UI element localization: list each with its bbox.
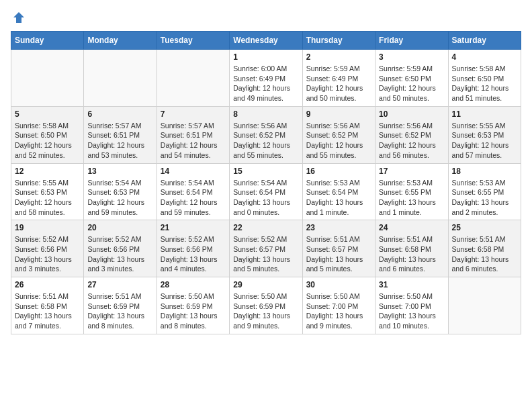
calendar-cell (157, 50, 229, 107)
day-number: 25 (452, 223, 517, 232)
day-number: 9 (306, 109, 371, 119)
day-info: Sunrise: 5:53 AM Sunset: 6:54 PM Dayligh… (306, 178, 371, 218)
day-number: 12 (15, 167, 80, 176)
calendar-cell: 9Sunrise: 5:56 AM Sunset: 6:52 PM Daylig… (302, 106, 375, 163)
day-number: 8 (233, 109, 298, 119)
day-info: Sunrise: 5:50 AM Sunset: 6:59 PM Dayligh… (233, 291, 298, 331)
day-number: 11 (452, 109, 517, 119)
weekday-header-sunday: Sunday (11, 32, 84, 50)
calendar-cell: 15Sunrise: 5:54 AM Sunset: 6:54 PM Dayli… (230, 163, 302, 220)
day-info: Sunrise: 5:53 AM Sunset: 6:55 PM Dayligh… (379, 178, 444, 218)
calendar-cell: 20Sunrise: 5:52 AM Sunset: 6:56 PM Dayli… (84, 220, 157, 277)
calendar-week-row: 26Sunrise: 5:51 AM Sunset: 6:58 PM Dayli… (11, 277, 521, 334)
calendar-cell: 18Sunrise: 5:53 AM Sunset: 6:55 PM Dayli… (448, 163, 521, 220)
day-info: Sunrise: 5:54 AM Sunset: 6:54 PM Dayligh… (233, 178, 298, 218)
calendar-cell: 1Sunrise: 6:00 AM Sunset: 6:49 PM Daylig… (230, 50, 302, 107)
calendar-cell: 6Sunrise: 5:57 AM Sunset: 6:51 PM Daylig… (84, 106, 157, 163)
calendar-cell: 10Sunrise: 5:56 AM Sunset: 6:52 PM Dayli… (375, 106, 448, 163)
calendar-cell: 11Sunrise: 5:55 AM Sunset: 6:53 PM Dayli… (448, 106, 521, 163)
day-info: Sunrise: 5:52 AM Sunset: 6:56 PM Dayligh… (87, 234, 152, 274)
day-info: Sunrise: 5:51 AM Sunset: 6:58 PM Dayligh… (379, 234, 444, 274)
day-number: 30 (306, 280, 371, 289)
day-info: Sunrise: 6:00 AM Sunset: 6:49 PM Dayligh… (233, 64, 298, 103)
day-info: Sunrise: 5:51 AM Sunset: 6:59 PM Dayligh… (87, 291, 152, 331)
calendar-cell: 27Sunrise: 5:51 AM Sunset: 6:59 PM Dayli… (84, 277, 157, 334)
day-info: Sunrise: 5:51 AM Sunset: 6:58 PM Dayligh… (452, 234, 517, 274)
calendar-cell: 25Sunrise: 5:51 AM Sunset: 6:58 PM Dayli… (448, 220, 521, 277)
day-info: Sunrise: 5:50 AM Sunset: 7:00 PM Dayligh… (306, 291, 371, 331)
day-number: 3 (379, 52, 444, 62)
day-number: 15 (233, 167, 298, 176)
day-number: 31 (379, 280, 444, 289)
calendar-header-row: SundayMondayTuesdayWednesdayThursdayFrid… (11, 32, 521, 50)
calendar-week-row: 19Sunrise: 5:52 AM Sunset: 6:56 PM Dayli… (11, 220, 521, 277)
day-number: 16 (306, 167, 371, 176)
day-number: 7 (161, 109, 226, 119)
day-number: 23 (306, 223, 371, 232)
calendar-cell: 26Sunrise: 5:51 AM Sunset: 6:58 PM Dayli… (11, 277, 84, 334)
calendar-cell: 7Sunrise: 5:57 AM Sunset: 6:51 PM Daylig… (157, 106, 229, 163)
day-info: Sunrise: 5:58 AM Sunset: 6:50 PM Dayligh… (452, 64, 517, 103)
calendar-cell: 13Sunrise: 5:54 AM Sunset: 6:53 PM Dayli… (84, 163, 157, 220)
day-number: 21 (161, 223, 226, 232)
day-info: Sunrise: 5:52 AM Sunset: 6:56 PM Dayligh… (15, 234, 80, 274)
svg-marker-0 (13, 12, 24, 23)
page-header (11, 11, 521, 24)
day-number: 27 (87, 280, 152, 289)
day-info: Sunrise: 5:59 AM Sunset: 6:49 PM Dayligh… (306, 64, 371, 103)
day-info: Sunrise: 5:52 AM Sunset: 6:57 PM Dayligh… (233, 234, 298, 274)
day-info: Sunrise: 5:55 AM Sunset: 6:53 PM Dayligh… (452, 121, 517, 161)
day-number: 5 (15, 109, 80, 119)
weekday-header-friday: Friday (375, 32, 448, 50)
day-info: Sunrise: 5:53 AM Sunset: 6:55 PM Dayligh… (452, 178, 517, 218)
weekday-header-thursday: Thursday (302, 32, 375, 50)
day-info: Sunrise: 5:55 AM Sunset: 6:53 PM Dayligh… (15, 178, 80, 218)
day-info: Sunrise: 5:51 AM Sunset: 6:58 PM Dayligh… (15, 291, 80, 331)
calendar-table: SundayMondayTuesdayWednesdayThursdayFrid… (11, 31, 521, 334)
day-info: Sunrise: 5:54 AM Sunset: 6:54 PM Dayligh… (161, 178, 226, 218)
calendar-cell: 12Sunrise: 5:55 AM Sunset: 6:53 PM Dayli… (11, 163, 84, 220)
weekday-header-saturday: Saturday (448, 32, 521, 50)
day-number: 1 (233, 52, 298, 62)
day-info: Sunrise: 5:56 AM Sunset: 6:52 PM Dayligh… (306, 121, 371, 161)
day-number: 14 (161, 167, 226, 176)
calendar-cell: 3Sunrise: 5:59 AM Sunset: 6:50 PM Daylig… (375, 50, 448, 107)
day-info: Sunrise: 5:52 AM Sunset: 6:56 PM Dayligh… (161, 234, 226, 274)
calendar-cell: 19Sunrise: 5:52 AM Sunset: 6:56 PM Dayli… (11, 220, 84, 277)
day-number: 17 (379, 167, 444, 176)
calendar-cell: 16Sunrise: 5:53 AM Sunset: 6:54 PM Dayli… (302, 163, 375, 220)
day-number: 26 (15, 280, 80, 289)
day-number: 4 (452, 52, 517, 62)
weekday-header-wednesday: Wednesday (230, 32, 302, 50)
calendar-week-row: 1Sunrise: 6:00 AM Sunset: 6:49 PM Daylig… (11, 50, 521, 107)
day-info: Sunrise: 5:58 AM Sunset: 6:50 PM Dayligh… (15, 121, 80, 161)
day-info: Sunrise: 5:57 AM Sunset: 6:51 PM Dayligh… (161, 121, 226, 161)
day-number: 6 (87, 109, 152, 119)
calendar-cell: 4Sunrise: 5:58 AM Sunset: 6:50 PM Daylig… (448, 50, 521, 107)
calendar-cell: 21Sunrise: 5:52 AM Sunset: 6:56 PM Dayli… (157, 220, 229, 277)
day-number: 10 (379, 109, 444, 119)
calendar-week-row: 5Sunrise: 5:58 AM Sunset: 6:50 PM Daylig… (11, 106, 521, 163)
day-info: Sunrise: 5:54 AM Sunset: 6:53 PM Dayligh… (87, 178, 152, 218)
calendar-cell: 17Sunrise: 5:53 AM Sunset: 6:55 PM Dayli… (375, 163, 448, 220)
weekday-header-monday: Monday (84, 32, 157, 50)
calendar-cell: 24Sunrise: 5:51 AM Sunset: 6:58 PM Dayli… (375, 220, 448, 277)
logo-icon (12, 11, 26, 24)
weekday-header-tuesday: Tuesday (157, 32, 229, 50)
calendar-cell: 28Sunrise: 5:50 AM Sunset: 6:59 PM Dayli… (157, 277, 229, 334)
calendar-cell: 8Sunrise: 5:56 AM Sunset: 6:52 PM Daylig… (230, 106, 302, 163)
day-number: 24 (379, 223, 444, 232)
day-number: 19 (15, 223, 80, 232)
calendar-cell: 2Sunrise: 5:59 AM Sunset: 6:49 PM Daylig… (302, 50, 375, 107)
day-info: Sunrise: 5:50 AM Sunset: 6:59 PM Dayligh… (161, 291, 226, 331)
calendar-cell: 29Sunrise: 5:50 AM Sunset: 6:59 PM Dayli… (230, 277, 302, 334)
day-info: Sunrise: 5:56 AM Sunset: 6:52 PM Dayligh… (379, 121, 444, 161)
calendar-cell: 23Sunrise: 5:51 AM Sunset: 6:57 PM Dayli… (302, 220, 375, 277)
day-number: 2 (306, 52, 371, 62)
calendar-cell: 30Sunrise: 5:50 AM Sunset: 7:00 PM Dayli… (302, 277, 375, 334)
calendar-cell: 31Sunrise: 5:50 AM Sunset: 7:00 PM Dayli… (375, 277, 448, 334)
calendar-cell: 14Sunrise: 5:54 AM Sunset: 6:54 PM Dayli… (157, 163, 229, 220)
day-info: Sunrise: 5:57 AM Sunset: 6:51 PM Dayligh… (87, 121, 152, 161)
day-info: Sunrise: 5:50 AM Sunset: 7:00 PM Dayligh… (379, 291, 444, 331)
calendar-cell (84, 50, 157, 107)
